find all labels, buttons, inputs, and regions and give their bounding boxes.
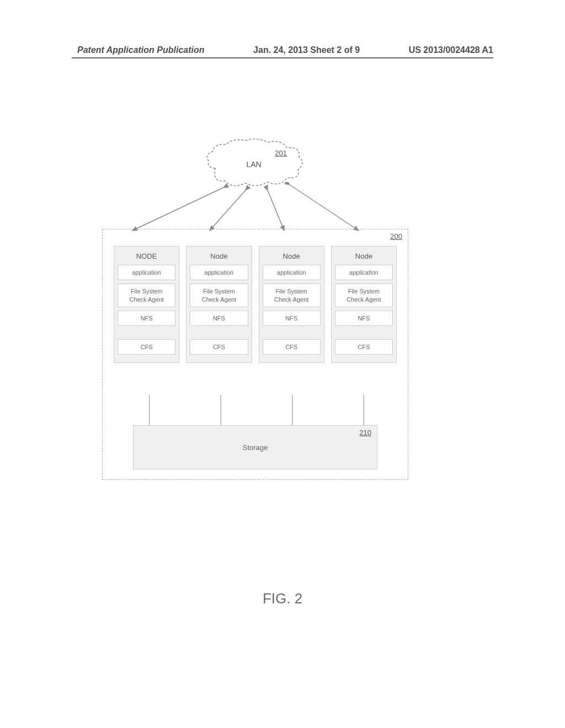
cluster-ref-number: 200 [390,232,402,240]
nodes-row: NODE application File SystemCheck Agent … [114,246,397,363]
node-title: NODE [136,252,157,260]
node-title: Node [355,252,372,260]
cluster-container: 200 NODE application File SystemCheck Ag… [102,229,408,480]
node-cfs: CFS [118,339,175,355]
node-nfs: NFS [190,311,248,326]
node-title: Node [283,252,300,260]
node-nfs: NFS [263,311,321,326]
node-cfs: CFS [190,339,248,355]
svg-line-3 [290,185,359,231]
node-fs-check-agent: File SystemCheck Agent [190,283,248,307]
header-publication: Patent Application Publication [77,45,205,55]
node-block: Node application File SystemCheck Agent … [331,246,397,363]
node-nfs: NFS [335,311,393,326]
node-block: Node application File SystemCheck Agent … [259,246,324,363]
svg-line-2 [268,190,284,231]
node-block: Node application File SystemCheck Agent … [186,246,252,363]
node-application: application [263,265,321,280]
storage-block: 210 Storage [133,425,377,469]
lan-label: LAN [204,160,303,169]
node-fs-check-agent: File SystemCheck Agent [335,283,393,307]
svg-line-0 [132,188,223,231]
header-date-sheet: Jan. 24, 2013 Sheet 2 of 9 [253,45,360,55]
figure-caption: FIG. 2 [0,590,565,607]
node-application: application [190,265,248,280]
node-application: application [118,265,175,280]
node-cfs: CFS [335,339,393,355]
node-nfs: NFS [118,311,175,326]
node-to-storage-connectors [103,395,408,428]
lan-to-nodes-arrows [99,182,419,234]
header-patent-number: US 2013/0024428 A1 [409,45,493,55]
node-block: NODE application File SystemCheck Agent … [114,246,179,363]
storage-ref-number: 210 [359,429,371,437]
node-title: Node [210,252,227,260]
storage-label: Storage [243,443,268,452]
node-fs-check-agent: File SystemCheck Agent [263,283,321,307]
header-divider [72,57,493,58]
svg-line-1 [210,190,246,231]
node-cfs: CFS [263,339,321,355]
node-fs-check-agent: File SystemCheck Agent [118,283,175,307]
node-application: application [335,265,393,280]
lan-ref-number: 201 [275,149,287,157]
